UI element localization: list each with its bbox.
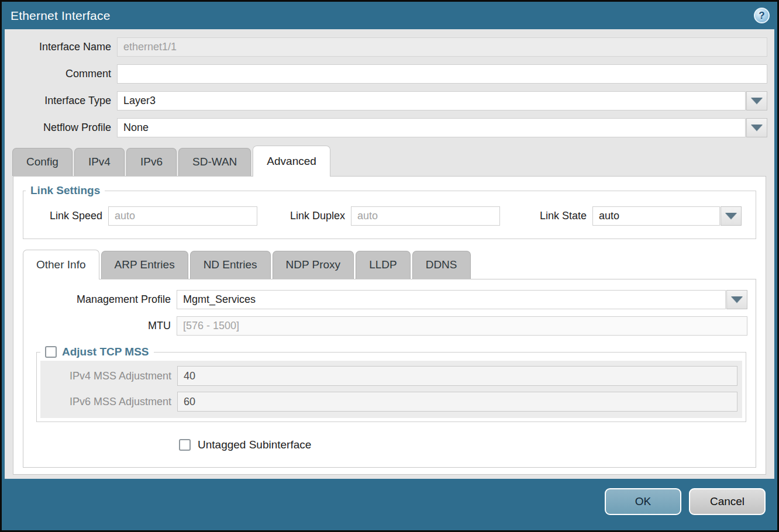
interface-name-label: Interface Name — [5, 41, 117, 53]
untagged-subinterface-row: Untagged Subinterface — [179, 438, 747, 451]
interface-name-row: Interface Name — [5, 37, 767, 57]
link-speed-group: Link Speed — [23, 206, 257, 226]
sub-tabstrip: Other Info ARP Entries ND Entries NDP Pr… — [23, 249, 756, 279]
comment-label: Comment — [5, 68, 117, 80]
netflow-profile-dropdown-button[interactable] — [746, 118, 767, 137]
interface-type-dropdown-button[interactable] — [746, 91, 767, 110]
ipv4-mss-label: IPv4 MSS Adjustment — [40, 370, 177, 382]
tab-sd-wan[interactable]: SD-WAN — [178, 148, 251, 176]
link-state-label: Link State — [518, 210, 592, 222]
subtab-ddns[interactable]: DDNS — [412, 251, 471, 279]
ipv6-mss-input — [177, 392, 737, 412]
link-state-group: Link State auto — [518, 206, 742, 226]
comment-input[interactable] — [117, 64, 767, 84]
chevron-down-icon — [751, 98, 763, 104]
ipv6-mss-label: IPv6 MSS Adjustment — [40, 396, 177, 408]
interface-type-row: Interface Type Layer3 — [5, 91, 767, 110]
mtu-input[interactable] — [177, 316, 747, 336]
link-speed-input[interactable] — [108, 206, 257, 226]
dialog-body: Interface Name Comment Interface Type La… — [5, 29, 774, 479]
link-state-value[interactable]: auto — [592, 206, 720, 226]
link-settings-fieldset: Link Settings Link Speed Link Duplex — [23, 184, 756, 239]
mtu-label: MTU — [23, 320, 177, 332]
subtab-lldp[interactable]: LLDP — [356, 251, 411, 279]
tab-ipv4[interactable]: IPv4 — [74, 148, 125, 176]
interface-type-label: Interface Type — [5, 95, 117, 107]
subtab-other-info[interactable]: Other Info — [23, 250, 99, 279]
link-state-dropdown-button[interactable] — [721, 206, 742, 226]
ok-button[interactable]: OK — [605, 488, 681, 515]
ethernet-interface-dialog-screen: Ethernet Interface ? Interface Name Comm… — [0, 0, 779, 532]
subtab-arp-entries[interactable]: ARP Entries — [101, 251, 188, 279]
ipv6-mss-row: IPv6 MSS Adjustment — [40, 392, 737, 412]
adjust-tcp-mss-checkbox[interactable] — [45, 346, 57, 358]
management-profile-label: Management Profile — [23, 293, 177, 306]
netflow-profile-select[interactable]: None — [117, 118, 767, 137]
help-icon[interactable]: ? — [754, 8, 770, 23]
ipv4-mss-input — [177, 366, 737, 386]
untagged-subinterface-label: Untagged Subinterface — [198, 438, 311, 451]
link-duplex-input[interactable] — [351, 206, 500, 226]
tab-config[interactable]: Config — [12, 148, 73, 176]
netflow-profile-value[interactable]: None — [117, 118, 746, 137]
management-profile-row: Management Profile Mgmt_Services — [23, 290, 747, 309]
link-speed-label: Link Speed — [23, 210, 108, 222]
adjust-tcp-mss-legend: Adjust TCP MSS — [62, 346, 149, 358]
link-duplex-label: Link Duplex — [275, 210, 351, 222]
chevron-down-icon — [751, 125, 763, 131]
netflow-profile-row: Netflow Profile None — [5, 118, 767, 137]
tab-ipv6[interactable]: IPv6 — [126, 148, 177, 176]
ethernet-interface-dialog: Ethernet Interface ? Interface Name Comm… — [2, 2, 777, 530]
interface-type-select[interactable]: Layer3 — [117, 91, 767, 110]
ipv4-mss-row: IPv4 MSS Adjustment — [40, 366, 737, 386]
netflow-profile-label: Netflow Profile — [5, 122, 117, 134]
untagged-subinterface-checkbox[interactable] — [179, 439, 191, 451]
dialog-footer: OK Cancel — [5, 479, 774, 528]
adjust-tcp-mss-fieldset: Adjust TCP MSS IPv4 MSS Adjustment IPv6 … — [36, 346, 746, 422]
chevron-down-icon — [731, 296, 743, 303]
link-state-select[interactable]: auto — [592, 206, 742, 226]
other-info-panel: Management Profile Mgmt_Services MTU — [23, 279, 756, 468]
dialog-title: Ethernet Interface — [11, 9, 111, 23]
interface-type-value[interactable]: Layer3 — [117, 91, 746, 110]
comment-row: Comment — [5, 64, 767, 84]
mss-fields-area: IPv4 MSS Adjustment IPv6 MSS Adjustment — [40, 361, 742, 418]
management-profile-dropdown-button[interactable] — [726, 290, 747, 309]
management-profile-value[interactable]: Mgmt_Services — [177, 290, 726, 309]
subtab-ndp-proxy[interactable]: NDP Proxy — [273, 251, 354, 279]
mtu-row: MTU — [23, 316, 747, 336]
chevron-down-icon — [725, 213, 737, 219]
management-profile-select[interactable]: Mgmt_Services — [177, 290, 747, 309]
subtab-nd-entries[interactable]: ND Entries — [190, 251, 271, 279]
advanced-tab-panel: Link Settings Link Speed Link Duplex — [13, 176, 766, 475]
cancel-button[interactable]: Cancel — [689, 488, 766, 515]
interface-name-input — [117, 37, 767, 57]
main-tabstrip: Config IPv4 IPv6 SD-WAN Advanced — [5, 145, 774, 176]
link-settings-row: Link Speed Link Duplex Lin — [23, 201, 750, 230]
tab-advanced[interactable]: Advanced — [253, 146, 330, 177]
link-settings-legend: Link Settings — [26, 184, 105, 197]
link-duplex-group: Link Duplex — [275, 206, 500, 226]
dialog-titlebar: Ethernet Interface ? — [5, 2, 774, 29]
